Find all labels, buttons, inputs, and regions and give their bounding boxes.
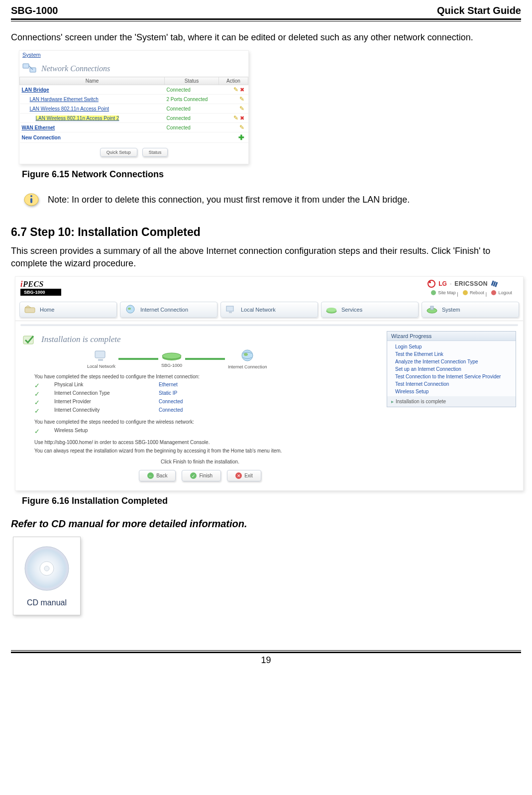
nc-row-actions: ✎ <box>219 104 248 114</box>
svg-point-11 <box>431 290 436 295</box>
svg-point-17 <box>128 308 131 310</box>
svg-rect-26 <box>98 359 103 361</box>
nc-col-action: Action <box>219 77 248 85</box>
system-breadcrumb[interactable]: System <box>19 51 248 59</box>
svg-point-7 <box>429 281 431 283</box>
wizard-step[interactable]: Test the Ethernet Link <box>395 350 512 358</box>
edit-icon[interactable]: ✎ <box>239 124 244 131</box>
check-icon: ✓ <box>34 428 54 435</box>
status-button[interactable]: Status <box>142 148 168 157</box>
nc-col-name: Name <box>20 77 165 85</box>
delete-icon[interactable]: ✖ <box>240 115 244 121</box>
check-value: Ethernet <box>159 382 258 389</box>
nc-row: LAN Wireless 802.11n Access Point 2Conne… <box>20 114 248 123</box>
topology-diagram: Local Network SBG-1000 Internet Connecti… <box>87 349 378 369</box>
wizard-step[interactable]: Test Internet Connection <box>395 380 512 388</box>
edit-icon[interactable]: ✎ <box>239 96 244 103</box>
page-number: 19 <box>11 655 521 666</box>
logout-link[interactable]: Logout <box>491 290 512 296</box>
reboot-link[interactable]: Reboot <box>462 290 484 296</box>
svg-point-33 <box>44 566 49 571</box>
tab-services[interactable]: Services <box>321 302 419 318</box>
svg-point-6 <box>428 280 435 287</box>
nc-row-status: Connected <box>165 114 219 123</box>
install-complete-title: Installation is complete <box>22 334 378 345</box>
lg-ericsson-logo: LG - ERICSSON <box>427 280 518 288</box>
wizard-progress-title: Wizard Progress <box>387 332 516 341</box>
tab-label: Home <box>40 307 54 313</box>
edit-icon[interactable]: ✎ <box>233 86 238 93</box>
figure-installation-complete: iPECS SBG-1000 LG - ERICSSON Site Map | … <box>15 276 524 491</box>
nc-row-actions: ✎ <box>219 123 248 132</box>
nc-col-status: Status <box>165 77 219 85</box>
check-icon: ✓ <box>34 407 54 415</box>
svg-rect-5 <box>30 198 32 203</box>
nc-row-name[interactable]: WAN Ethernet <box>20 123 165 132</box>
nc-row: LAN Hardware Ethernet Switch2 Ports Conn… <box>20 95 248 104</box>
nc-new-connection-row[interactable]: New Connection✚ <box>20 132 248 143</box>
nc-row-actions: ✎ ✖ <box>219 114 248 123</box>
svg-rect-0 <box>23 64 29 68</box>
svg-point-12 <box>463 290 468 295</box>
globe-icon <box>240 349 255 363</box>
sbg-chip: SBG-1000 <box>20 289 61 296</box>
nc-row-name[interactable]: LAN Wireless 802.11n Access Point <box>20 104 165 114</box>
sitemap-link[interactable]: Site Map <box>430 290 456 296</box>
wizard-step[interactable]: Analyze the Internet Connection Type <box>395 358 512 365</box>
tab-separator <box>20 324 518 326</box>
network-icon <box>22 63 36 75</box>
wizard-step[interactable]: Test Connection to the Internet Service … <box>395 373 512 380</box>
svg-point-13 <box>491 290 496 295</box>
cd-icon <box>23 545 71 592</box>
tab-internet-connection[interactable]: Internet Connection <box>120 302 217 318</box>
tab-label: System <box>442 307 460 313</box>
check-label: Internet Connectivity <box>54 407 159 415</box>
tab-icon <box>325 305 337 315</box>
quick-setup-button[interactable]: Quick Setup <box>100 148 137 157</box>
check-icon: ✓ <box>34 382 54 389</box>
nc-row-name[interactable]: LAN Hardware Ethernet Switch <box>20 95 165 104</box>
wizard-step[interactable]: Login Setup <box>395 343 512 350</box>
pc-icon <box>93 349 110 362</box>
figure-network-connections: System Network Connections Name Status A… <box>19 50 249 164</box>
wizard-current-step: ▸Installation is complete <box>387 396 516 407</box>
tab-label: Internet Connection <box>140 307 188 313</box>
nc-table: Name Status Action LAN BridgeConnected✎ … <box>19 77 248 143</box>
svg-point-29 <box>242 350 253 361</box>
note-text: Note: In order to delete this connection… <box>48 195 410 205</box>
finish-button[interactable]: ✓Finish <box>182 470 221 481</box>
ericsson-text: ERICSSON <box>454 280 488 287</box>
check-box-icon <box>22 334 36 345</box>
edit-icon[interactable]: ✎ <box>233 114 238 121</box>
tab-icon <box>225 305 237 315</box>
exit-button[interactable]: ✕Exit <box>227 470 261 481</box>
lg-text: LG <box>438 280 447 287</box>
check-label: Internet Provider <box>54 399 159 406</box>
nc-title: Network Connections <box>19 59 248 77</box>
svg-point-21 <box>326 308 336 312</box>
figure-6-15-caption: Figure 6.15 Network Connections <box>22 169 521 180</box>
nc-row-name[interactable]: LAN Wireless 802.11n Access Point 2 <box>20 114 165 123</box>
check-icon: ✓ <box>34 390 54 398</box>
check-label: Internet Connection Type <box>54 390 159 398</box>
svg-rect-18 <box>226 306 233 311</box>
nc-row-actions: ✎ <box>219 95 248 104</box>
wizard-step[interactable]: Wireless Setup <box>395 388 512 395</box>
router-icon <box>161 350 182 361</box>
tab-local-network[interactable]: Local Network <box>220 302 318 318</box>
nc-row-status: Connected <box>165 85 219 95</box>
arrow-icon: ▸ <box>391 398 394 405</box>
wizard-step[interactable]: Set up an Internet Connection <box>395 365 512 373</box>
tab-home[interactable]: Home <box>19 302 117 318</box>
nc-row-status: Connected <box>165 104 219 114</box>
check-value: Static IP <box>159 390 258 398</box>
new-connection-label[interactable]: New Connection <box>20 132 165 143</box>
add-icon[interactable]: ✚ <box>238 133 244 141</box>
tab-system[interactable]: System <box>422 302 519 318</box>
edit-icon[interactable]: ✎ <box>239 105 244 112</box>
nc-row-name[interactable]: LAN Bridge <box>20 85 165 95</box>
svg-point-28 <box>162 353 181 359</box>
delete-icon[interactable]: ✖ <box>240 87 244 93</box>
tab-icon <box>426 305 438 315</box>
back-button[interactable]: ←Back <box>139 470 176 481</box>
